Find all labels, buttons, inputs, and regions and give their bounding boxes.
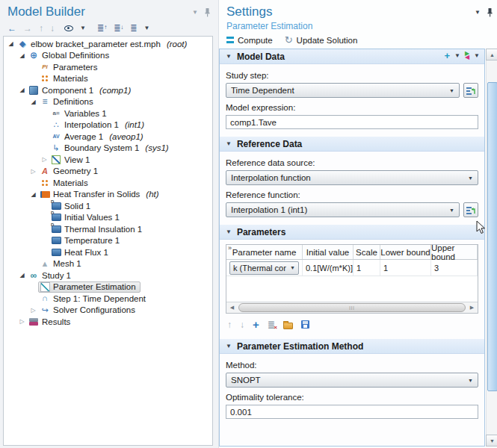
- table-cell-initial-value[interactable]: 0.1[W/(m*K)]: [303, 260, 354, 276]
- section-header-parameters[interactable]: ▼ Parameters: [220, 225, 484, 240]
- scroll-down-icon[interactable]: ▼: [486, 435, 497, 447]
- move-row-up-icon[interactable]: ↑: [227, 320, 232, 329]
- go-to-source-button[interactable]: [463, 83, 478, 98]
- tree-item[interactable]: Heat Flux 1: [4, 246, 212, 258]
- tree-item[interactable]: ▲Mesh 1: [4, 258, 212, 270]
- expander-icon[interactable]: ▷: [17, 318, 27, 325]
- tree-item[interactable]: ↳Boundary System 1(sys1): [4, 143, 212, 155]
- tree-item[interactable]: ◢◆elbow bracket_parameter est.mph(root): [4, 38, 212, 50]
- settings-vertical-scrollbar: ▲ ▼: [486, 49, 497, 447]
- add-expression-caret-icon[interactable]: ▼: [454, 52, 460, 59]
- tree-item[interactable]: ◢⊕Global Definitions: [4, 50, 212, 62]
- table-cell-upper-bound[interactable]: 3: [431, 260, 478, 276]
- add-expression-icon[interactable]: +: [444, 51, 450, 60]
- replace-expression-icon[interactable]: ▶◀: [465, 52, 469, 59]
- tree-item-label: Boundary System 1: [64, 143, 139, 152]
- tree-item[interactable]: ◢≡Definitions: [4, 96, 212, 108]
- table-empty-area[interactable]: [226, 276, 478, 302]
- model-expression-input[interactable]: comp1.Tave: [226, 115, 478, 129]
- expander-icon[interactable]: ◢: [28, 191, 38, 198]
- column-header: Lower bound: [380, 245, 431, 259]
- tree-item[interactable]: PiParameters: [4, 61, 212, 73]
- hscroll-track[interactable]: |||: [238, 302, 466, 313]
- tree-item[interactable]: ∴Interpolation 1(int1): [4, 119, 212, 131]
- tree-item[interactable]: ▷AGeometry 1: [4, 166, 212, 178]
- collapse-section-icon[interactable]: ▼: [226, 53, 232, 60]
- compute-button[interactable]: Compute: [226, 36, 273, 45]
- expander-icon[interactable]: ◢: [17, 52, 27, 59]
- tree-item[interactable]: ◢Component 1(comp1): [4, 84, 212, 96]
- tree-item[interactable]: ▷↪Solver Configurations: [4, 305, 212, 317]
- tree-item[interactable]: Solid 1: [4, 200, 212, 212]
- section-header-reference-data[interactable]: ▼ Reference Data: [220, 137, 484, 152]
- section-header-model-data[interactable]: ▼ Model Data + ▼ ▶◀ ▼: [220, 49, 484, 64]
- tree-item[interactable]: ▷View 1: [4, 154, 212, 166]
- panel-menu-caret-icon[interactable]: ▼: [192, 9, 198, 16]
- tree-item[interactable]: ∩Step 1: Time Dependent: [4, 293, 212, 305]
- section-header-method[interactable]: ▼ Parameter Estimation Method: [220, 339, 484, 354]
- scroll-up-icon[interactable]: ▲: [486, 49, 497, 60]
- tree-item[interactable]: Thermal Insulation 1: [4, 223, 212, 235]
- expander-icon[interactable]: ▷: [28, 168, 38, 175]
- vscroll-thumb[interactable]: [487, 82, 497, 391]
- tree-item[interactable]: Temperature 1: [4, 235, 212, 247]
- table-cell-parameter-name[interactable]: k (Thermal cor▼: [226, 260, 303, 276]
- move-up-icon[interactable]: ↑: [39, 24, 43, 33]
- scroll-left-icon[interactable]: ◀: [226, 302, 238, 313]
- tree-item[interactable]: Parameter Estimation: [4, 281, 212, 293]
- reference-function-select[interactable]: Interpolation 1 (int1) ▼: [226, 202, 460, 217]
- collapse-section-icon[interactable]: ▼: [226, 140, 232, 147]
- reference-source-select[interactable]: Interpolation function ▼: [226, 170, 478, 185]
- clear-table-icon[interactable]: ≣: [268, 320, 275, 329]
- expander-icon[interactable]: ◢: [28, 99, 38, 105]
- tree-item[interactable]: ▷Results: [4, 316, 212, 328]
- parameter-name-select[interactable]: k (Thermal cor▼: [229, 261, 299, 275]
- tree-item[interactable]: ◢Heat Transfer in Solids(ht): [4, 189, 212, 201]
- go-to-source-button[interactable]: [463, 202, 478, 217]
- tree-item[interactable]: a=Variables 1: [4, 108, 212, 119]
- settings-pin-icon[interactable]: [487, 7, 493, 17]
- load-from-file-icon[interactable]: [283, 323, 293, 329]
- tree-options-caret-icon[interactable]: ▼: [144, 25, 150, 31]
- method-select[interactable]: SNOPT ▼: [226, 373, 478, 388]
- pin-icon[interactable]: [204, 7, 211, 17]
- add-row-icon[interactable]: +: [253, 319, 259, 330]
- tree-node-text-icon[interactable]: ≣: [130, 23, 137, 33]
- hscroll-thumb[interactable]: |||: [238, 303, 466, 312]
- move-row-down-icon[interactable]: ↓: [240, 320, 244, 329]
- tree-item[interactable]: Materials: [4, 177, 212, 189]
- show-menu-caret-icon[interactable]: ▼: [80, 25, 86, 31]
- forward-arrow-icon[interactable]: →: [23, 24, 32, 33]
- collapse-section-icon[interactable]: ▼: [226, 228, 232, 235]
- scroll-right-icon[interactable]: ▶: [466, 302, 478, 313]
- move-down-icon[interactable]: ↓: [50, 24, 55, 33]
- tree-item[interactable]: Materials: [4, 73, 212, 85]
- tree-item[interactable]: AVAverage 1(aveop1): [4, 131, 212, 143]
- study-step-select[interactable]: Time Dependent ▼: [226, 83, 460, 98]
- expander-icon[interactable]: ▷: [40, 156, 49, 163]
- expand-all-icon[interactable]: ≣↑: [97, 23, 107, 33]
- table-cell-scale[interactable]: 1: [354, 260, 380, 276]
- optimality-tolerance-input[interactable]: 0.001: [226, 405, 478, 419]
- update-solution-button[interactable]: ↻ Update Solution: [285, 35, 358, 45]
- expander-icon[interactable]: ▷: [28, 307, 38, 314]
- tree-item[interactable]: ◢∞Study 1: [4, 270, 212, 281]
- collapse-section-icon[interactable]: ▼: [226, 343, 232, 349]
- replace-expression-caret-icon[interactable]: ▼: [474, 52, 480, 59]
- tree-item[interactable]: Initial Values 1: [4, 212, 212, 224]
- table-cell-lower-bound[interactable]: 1: [380, 260, 431, 276]
- vscroll-track[interactable]: [486, 60, 497, 435]
- save-to-file-icon[interactable]: [301, 320, 309, 329]
- model-tree: ◢◆elbow bracket_parameter est.mph(root)◢…: [3, 36, 213, 446]
- expander-icon[interactable]: ◢: [17, 87, 27, 93]
- table-horizontal-scrollbar[interactable]: ◀ ||| ▶: [226, 302, 478, 313]
- collapse-all-icon[interactable]: ≣↓: [114, 23, 123, 33]
- settings-menu-caret-icon[interactable]: ▼: [475, 9, 481, 16]
- results-icon: [28, 317, 39, 327]
- table-row: k (Thermal cor▼0.1[W/(m*K)]113: [226, 260, 478, 276]
- back-arrow-icon[interactable]: ←: [7, 24, 16, 33]
- expander-icon[interactable]: ◢: [17, 272, 27, 279]
- go-to-source-icon: [466, 86, 476, 96]
- show-icon[interactable]: [64, 25, 73, 31]
- expander-icon[interactable]: ◢: [6, 40, 16, 47]
